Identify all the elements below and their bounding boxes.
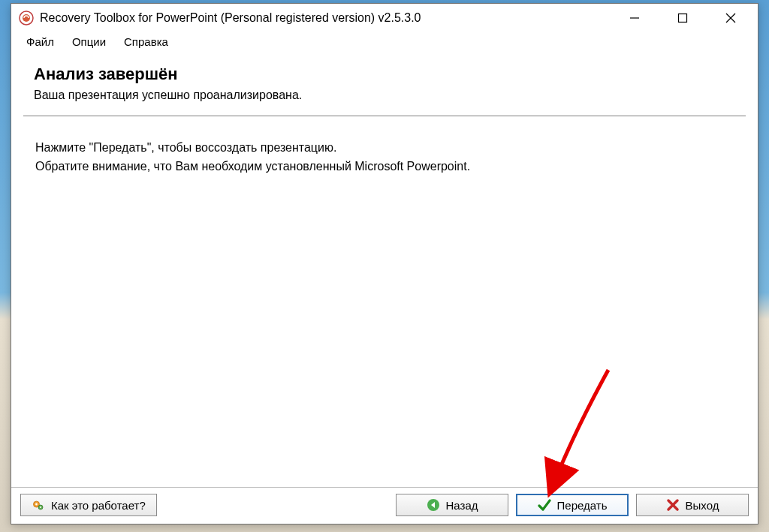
transfer-button[interactable]: Передать: [516, 494, 629, 516]
body-section: Нажмите "Передать", чтобы воссоздать пре…: [11, 116, 758, 487]
app-window: Recovery Toolbox for PowerPoint (Persona…: [11, 3, 758, 524]
how-it-works-button[interactable]: Как это работает?: [20, 494, 157, 516]
how-it-works-label: Как это работает?: [51, 499, 146, 512]
arrow-left-icon: [427, 498, 440, 512]
svg-rect-3: [679, 14, 687, 23]
window-controls: [611, 4, 755, 32]
instruction-line-1: Нажмите "Передать", чтобы воссоздать пре…: [35, 139, 735, 156]
close-button[interactable]: [707, 4, 755, 32]
menubar: Файл Опции Справка: [11, 32, 758, 53]
menu-file[interactable]: Файл: [17, 34, 63, 50]
maximize-button[interactable]: [659, 4, 707, 32]
gear-icon: [32, 498, 45, 512]
header-section: Анализ завершён Ваша презентация успешно…: [11, 53, 758, 111]
svg-point-7: [35, 503, 38, 506]
close-icon: [666, 498, 680, 512]
menu-help[interactable]: Справка: [115, 34, 177, 50]
page-subtitle: Ваша презентация успешно проанализирован…: [34, 89, 735, 102]
svg-point-9: [40, 506, 41, 508]
back-label: Назад: [446, 499, 478, 512]
menu-options[interactable]: Опции: [63, 34, 115, 50]
check-icon: [538, 498, 551, 512]
app-icon: [19, 11, 34, 26]
page-title: Анализ завершён: [34, 65, 735, 84]
exit-label: Выход: [686, 499, 719, 512]
window-title: Recovery Toolbox for PowerPoint (Persona…: [40, 11, 611, 25]
titlebar: Recovery Toolbox for PowerPoint (Persona…: [11, 4, 758, 32]
transfer-label: Передать: [557, 499, 608, 512]
back-button[interactable]: Назад: [396, 494, 508, 516]
footer: Как это работает? Назад Переда: [11, 487, 758, 524]
minimize-button[interactable]: [611, 4, 659, 32]
exit-button[interactable]: Выход: [636, 494, 749, 516]
instruction-line-2: Обратите внимание, что Вам необходим уст…: [35, 158, 735, 175]
